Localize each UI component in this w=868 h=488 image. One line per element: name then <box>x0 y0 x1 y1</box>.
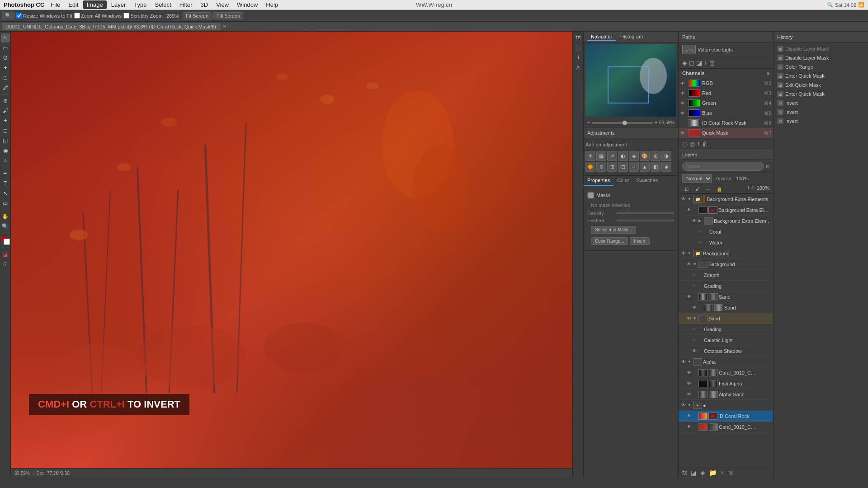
text-tool[interactable]: T <box>1 179 10 188</box>
paths-stroke-btn[interactable]: ◻ <box>689 59 694 66</box>
layers-filter-icon[interactable]: ⊡ <box>766 164 769 169</box>
adj-levels-icon[interactable]: ▦ <box>596 151 606 161</box>
layer-grading[interactable]: 👁 Grading <box>679 281 773 291</box>
layer-vis-icon[interactable]: 👁 <box>686 315 692 322</box>
menu-help[interactable]: Help <box>262 0 282 9</box>
menu-type[interactable]: Type <box>130 0 150 9</box>
layer-vis-icon[interactable]: 👁 <box>691 283 698 289</box>
channel-rgb-vis-icon[interactable]: 👁 <box>680 81 687 86</box>
layer-coral0010[interactable]: 👁 Coral_0010_C... <box>679 367 773 378</box>
path-item-vol-light[interactable]: Volumetric Light <box>680 44 771 55</box>
layers-add-style-btn[interactable]: fx <box>682 469 687 476</box>
scrubby-zoom-check[interactable]: Scrubby Zoom <box>123 13 163 19</box>
menu-view[interactable]: View <box>212 0 232 9</box>
layer-vis-icon[interactable]: 👁 <box>697 239 703 246</box>
blur-tool[interactable]: ◉ <box>1 146 10 155</box>
eyedropper-tool[interactable]: 🖉 <box>1 83 10 92</box>
color-swatches[interactable] <box>1 236 10 245</box>
history-item-6[interactable]: ⊟ Invert <box>775 99 866 108</box>
lasso-tool[interactable]: ʘ <box>1 53 10 62</box>
layer-fish-alpha[interactable]: 👁 Fish Alpha <box>679 378 773 389</box>
invert-prop-btn[interactable]: Invert <box>630 237 649 245</box>
tab-color[interactable]: Color <box>613 176 632 186</box>
layer-bg-extra-group[interactable]: 👁 ▼ 📁 Background Extra Elements <box>679 194 773 205</box>
eraser-tool[interactable]: ◻ <box>1 126 10 135</box>
crop-tool[interactable]: ⊡ <box>1 73 10 82</box>
menu-3d[interactable]: 3D <box>197 0 212 9</box>
menu-image[interactable]: Image <box>83 0 107 9</box>
quick-select-tool[interactable]: ✦ <box>1 63 10 72</box>
channel-load-btn[interactable]: ◌ <box>682 140 688 147</box>
adj-vibrance-icon[interactable]: ◈ <box>629 151 639 161</box>
layer-vis-icon[interactable]: 👁 <box>686 370 692 376</box>
history-item-8[interactable]: ⊟ Invert <box>775 117 866 124</box>
lock-all-btn[interactable]: 🔒 <box>715 185 724 192</box>
history-item-0[interactable]: ▦ Disable Layer Mask <box>775 44 866 53</box>
channel-blue-vis-icon[interactable]: 👁 <box>680 111 687 116</box>
layer-coral0010-bottom[interactable]: 👁 Coral_0010_C... <box>679 422 773 432</box>
history-item-4[interactable]: ◪ Exit Quick Mask <box>775 80 866 89</box>
fit-screen-btn[interactable]: Fit Screen <box>183 12 212 19</box>
path-selection-tool[interactable]: ↖ <box>1 189 10 198</box>
info-icon[interactable]: ℹ <box>574 53 582 61</box>
layer-zdepth[interactable]: 👁 Zdepth <box>679 270 773 281</box>
channel-red-vis-icon[interactable]: 👁 <box>680 91 687 96</box>
layer-vis-icon[interactable]: 👁 <box>686 424 692 430</box>
group-arrow-icon[interactable]: ▼ <box>693 316 698 320</box>
adj-curves-icon[interactable]: ↗ <box>607 151 617 161</box>
navigator-header[interactable]: Navigator Histogram <box>584 32 678 42</box>
layer-vis-icon[interactable]: 👁 <box>691 348 698 354</box>
layer-vis-icon[interactable]: 👁 <box>686 294 692 300</box>
layer-water-text[interactable]: 👁 Water <box>679 237 773 248</box>
tab-histogram[interactable]: Histogram <box>617 33 646 41</box>
layer-vis-icon[interactable]: 👁 <box>691 326 698 333</box>
adj-posterize-icon[interactable]: ≡ <box>629 162 639 172</box>
density-slider[interactable] <box>616 212 675 214</box>
channel-new-btn[interactable]: + <box>697 140 700 147</box>
layer-vis-icon[interactable]: 👁 <box>686 391 692 398</box>
channel-coral-mask[interactable]: 👁 ID Coral Rock Mask ⌘6 <box>679 118 773 128</box>
screen-mode-btn[interactable]: ⊡ <box>1 260 10 269</box>
layer-bg-extra-inner[interactable]: 👁 ▶ Background Extra Elements <box>679 216 773 226</box>
layers-delete-btn[interactable]: 🗑 <box>727 469 734 476</box>
channel-delete-btn[interactable]: 🗑 <box>702 140 708 147</box>
layers-new-layer-btn[interactable]: + <box>720 469 724 476</box>
history-header[interactable]: History <box>774 32 868 42</box>
layer-vis-icon[interactable]: 👁 <box>697 229 703 235</box>
adj-bw-icon[interactable]: ◑ <box>661 151 671 161</box>
layer-alpha-sand[interactable]: 👁 Alpha Sand <box>679 389 773 400</box>
adj-brightness-icon[interactable]: ☀ <box>585 151 595 161</box>
select-mask-btn[interactable]: Select and Mask... <box>591 226 636 234</box>
layer-vis-icon[interactable]: 👁 <box>691 305 698 311</box>
opacity-value[interactable]: 100% <box>736 176 749 181</box>
adj-colorbal-icon[interactable]: ⊕ <box>651 151 660 161</box>
group-arrow-icon[interactable]: ▼ <box>688 251 692 255</box>
adj-strip-icon[interactable]: ⬛ <box>574 43 582 52</box>
brush-tool[interactable]: 🖌 <box>1 106 10 115</box>
rectangle-select-tool[interactable]: ▭ <box>1 43 10 52</box>
paths-header[interactable]: Paths <box>679 32 773 42</box>
layer-circle-group[interactable]: 👁 ▼ ● ● <box>679 400 773 411</box>
layers-add-mask-btn[interactable]: ◪ <box>691 469 697 476</box>
paths-delete-btn[interactable]: 🗑 <box>709 59 716 66</box>
zoom-tool[interactable]: 🔍 <box>1 222 10 231</box>
layer-background-group[interactable]: 👁 ▼ 📁 Background <box>679 248 773 259</box>
channels-menu-btn[interactable]: ≡ <box>767 71 769 76</box>
char-icon[interactable]: A <box>574 63 582 71</box>
layers-new-adj-btn[interactable]: ◈ <box>700 469 705 476</box>
hand-tool[interactable]: ✋ <box>1 212 10 221</box>
adj-huesat-icon[interactable]: 🎨 <box>640 151 650 161</box>
color-range-btn[interactable]: Color Range... <box>591 237 628 245</box>
tab-navigator[interactable]: Navigator <box>587 33 616 41</box>
layer-caustic-light[interactable]: 👁 Caustic Light <box>679 335 773 346</box>
layer-id-coral-rock[interactable]: 👁 ✕ ID Coral Rock <box>679 411 773 422</box>
feather-slider[interactable] <box>616 220 675 221</box>
layer-vis-icon[interactable]: 👁 <box>680 359 687 365</box>
group-arrow-icon[interactable]: ▼ <box>688 360 692 364</box>
paths-mask-btn[interactable]: ◪ <box>696 59 702 66</box>
channel-rgb[interactable]: 👁 RGB ⌘2 <box>679 78 773 88</box>
history-item-2[interactable]: ◎ Color Range <box>775 62 866 71</box>
adj-gradmap-icon[interactable]: ◧ <box>651 162 660 172</box>
group-arrow-icon[interactable]: ▶ <box>698 219 703 223</box>
layer-bg-extra-mask[interactable]: 👁 Background Extra Elements <box>679 205 773 216</box>
